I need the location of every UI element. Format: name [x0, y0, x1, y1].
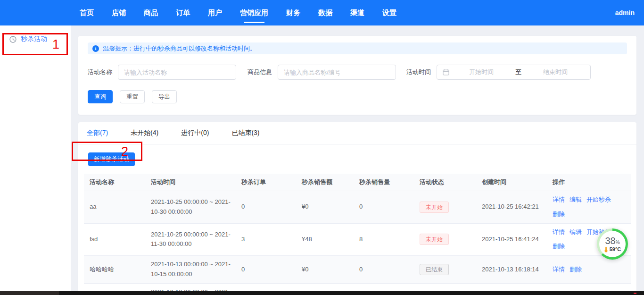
- edit-link[interactable]: 编辑: [570, 195, 582, 205]
- status-badge: 未开始: [420, 234, 449, 245]
- top-header: 首页 店铺 商品 订单 用户 营销应用 财务 数据 渠道 设置 admin: [0, 0, 644, 25]
- cell-qty: 0: [354, 261, 414, 278]
- seckill-table: 活动名称 活动时间 秒杀订单 秒杀销售额 秒杀销售量 活动状态 创建时间 操作 …: [78, 174, 636, 295]
- calendar-icon: [443, 69, 449, 76]
- cell-name: fsd: [84, 231, 145, 248]
- edit-link[interactable]: 编辑: [570, 228, 582, 237]
- col-seckill-orders: 秒杀订单: [236, 177, 296, 187]
- start-seckill-link[interactable]: 开始秒杀: [586, 195, 611, 205]
- sidebar: 秒杀活动: [0, 25, 71, 295]
- thermometer-icon: [604, 246, 608, 253]
- cell-name: 哈哈哈哈: [84, 261, 145, 278]
- activity-name-label: 活动名称: [88, 68, 112, 76]
- delete-link[interactable]: 删除: [570, 265, 582, 275]
- date-range-picker[interactable]: 开始时间 至 结束时间: [437, 65, 591, 80]
- tab-ended[interactable]: 已结束(3): [231, 129, 259, 144]
- cell-orders: 3: [236, 231, 296, 248]
- detail-link[interactable]: 详情: [553, 195, 565, 205]
- table-header: 活动名称 活动时间 秒杀订单 秒杀销售额 秒杀销售量 活动状态 创建时间 操作: [84, 174, 631, 191]
- col-actions: 操作: [547, 177, 631, 187]
- nav-item-settings[interactable]: 设置: [373, 0, 405, 25]
- nav-item-data[interactable]: 数据: [309, 0, 341, 25]
- cell-name: aa: [84, 198, 145, 216]
- cell-created: 2021-10-25 16:41:24: [476, 231, 547, 248]
- monitor-ring: 38% 59°C: [599, 231, 626, 257]
- col-activity-time: 活动时间: [145, 177, 236, 187]
- current-user[interactable]: admin: [615, 0, 635, 25]
- cell-created: 2021-10-25 16:42:21: [476, 198, 547, 216]
- delete-link[interactable]: 删除: [553, 242, 565, 252]
- delete-link[interactable]: 删除: [553, 210, 565, 219]
- system-monitor-widget[interactable]: 38% 59°C: [597, 228, 628, 260]
- cell-qty: 8: [354, 231, 414, 248]
- end-time-placeholder: 结束时间: [526, 68, 585, 76]
- toolbar: 新增秒杀活动: [78, 144, 636, 174]
- date-separator: 至: [513, 68, 523, 76]
- tab-in-progress[interactable]: 进行中(0): [181, 129, 209, 144]
- filter-card: i 温馨提示：进行中的秒杀商品可以修改名称和活动时间。 活动名称 商品信息 活动…: [78, 36, 636, 115]
- list-card: 全部(7) 未开始(4) 进行中(0) 已结束(3) 新增秒杀活动 活动名称 活…: [78, 122, 636, 295]
- nav-item-shop[interactable]: 店铺: [103, 0, 135, 25]
- col-sales-qty: 秒杀销售量: [354, 177, 414, 187]
- nav-item-goods[interactable]: 商品: [135, 0, 167, 25]
- main-nav: 首页 店铺 商品 订单 用户 营销应用 财务 数据 渠道 设置: [71, 0, 405, 25]
- cell-created: 2021-10-13 16:18:14: [476, 261, 547, 278]
- cell-qty: 0: [354, 198, 414, 216]
- detail-link[interactable]: 详情: [553, 265, 565, 275]
- filter-row: 活动名称 商品信息 活动时间 开始时间 至 结束时间: [88, 65, 627, 80]
- cell-orders: 0: [236, 261, 296, 278]
- main-content: i 温馨提示：进行中的秒杀商品可以修改名称和活动时间。 活动名称 商品信息 活动…: [71, 25, 644, 295]
- detail-link[interactable]: 详情: [553, 228, 565, 237]
- taskbar-red-indicator: [634, 293, 636, 294]
- reset-button[interactable]: 重置: [120, 90, 145, 103]
- product-info-label: 商品信息: [248, 68, 272, 76]
- taskbar-segment: [0, 291, 59, 295]
- info-alert: i 温馨提示：进行中的秒杀商品可以修改名称和活动时间。: [88, 42, 627, 54]
- col-status: 活动状态: [414, 177, 476, 187]
- export-button[interactable]: 导出: [152, 90, 177, 103]
- filter-buttons: 查询 重置 导出: [88, 90, 627, 103]
- table-row: 哈哈哈哈 2021-10-13 00:00:00 ~ 2021-10-15 00…: [84, 256, 631, 284]
- search-button[interactable]: 查询: [88, 90, 113, 103]
- alert-text: 温馨提示：进行中的秒杀商品可以修改名称和活动时间。: [103, 44, 256, 53]
- temperature-value: 59°C: [610, 246, 621, 252]
- nav-item-marketing[interactable]: 营销应用: [231, 0, 277, 25]
- nav-item-users[interactable]: 用户: [199, 0, 231, 25]
- col-created: 创建时间: [476, 177, 547, 187]
- table-row: aa 2021-10-25 00:00:00 ~ 2021-10-30 00:0…: [84, 191, 631, 224]
- taskbar-strip: [0, 291, 644, 295]
- status-badge: 已结束: [420, 264, 449, 275]
- cell-orders: 0: [236, 198, 296, 216]
- annotation-box-1: 1: [2, 33, 68, 55]
- percent-value: 38%: [605, 236, 619, 245]
- nav-item-home[interactable]: 首页: [71, 0, 103, 25]
- cell-time: 2021-10-25 00:00:00 ~ 2021-10-30 00:00:0…: [145, 194, 236, 221]
- percent-unit: %: [616, 240, 620, 245]
- cell-amount: ¥0: [296, 198, 354, 216]
- col-sales-amount: 秒杀销售额: [296, 177, 354, 187]
- cell-time: 2021-10-13 00:00:00 ~ 2021-10-15 00:00:0…: [145, 256, 236, 283]
- cell-amount: ¥0: [296, 261, 354, 278]
- product-info-input[interactable]: [278, 65, 396, 80]
- annotation-box-2: 2: [72, 142, 142, 161]
- table-row: fsd 2021-10-25 00:00:00 ~ 2021-11-30 00:…: [84, 224, 631, 256]
- status-tabs: 全部(7) 未开始(4) 进行中(0) 已结束(3): [78, 122, 636, 144]
- start-time-placeholder: 开始时间: [452, 68, 511, 76]
- activity-time-label: 活动时间: [406, 68, 431, 76]
- col-activity-name: 活动名称: [84, 177, 145, 187]
- info-icon: i: [92, 45, 99, 52]
- nav-item-orders[interactable]: 订单: [167, 0, 199, 25]
- status-badge: 未开始: [420, 202, 449, 213]
- annotation-number-1: 1: [52, 38, 59, 51]
- annotation-number-2: 2: [121, 145, 128, 158]
- cell-time: 2021-10-25 00:00:00 ~ 2021-11-30 00:00:0…: [145, 226, 236, 253]
- activity-name-input[interactable]: [118, 65, 236, 80]
- cell-amount: ¥48: [296, 231, 354, 248]
- nav-item-finance[interactable]: 财务: [277, 0, 309, 25]
- nav-item-channel[interactable]: 渠道: [341, 0, 373, 25]
